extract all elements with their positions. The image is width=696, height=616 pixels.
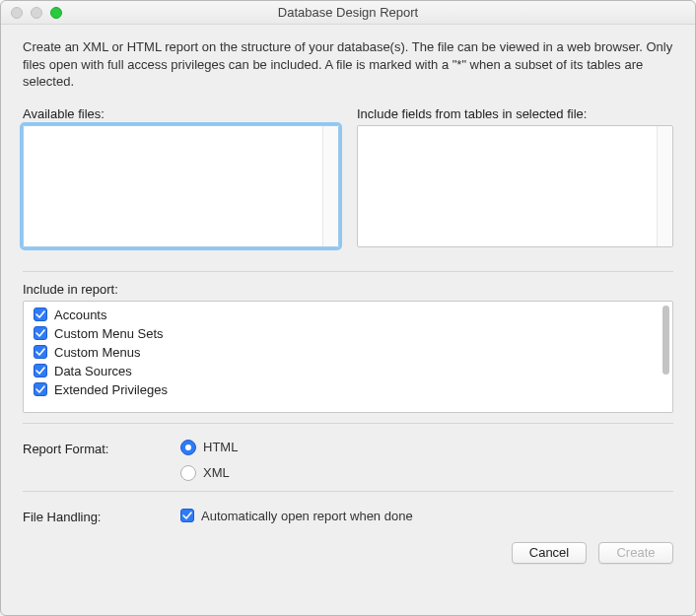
create-button: Create [598,542,673,564]
checkbox-label: Extended Privileges [54,382,168,397]
checkbox-label: Data Sources [54,364,132,378]
list-item[interactable]: Accounts [24,306,672,324]
radio-label: XML [203,465,230,480]
list-item[interactable]: Custom Menus [24,343,672,362]
available-files-listbox[interactable] [23,125,339,247]
window-controls [1,7,62,19]
window-title: Database Design Report [1,5,695,20]
dialog-footer: Cancel Create [23,542,673,564]
description-text: Create an XML or HTML report on the stru… [23,38,673,91]
radio-xml[interactable]: XML [180,465,238,481]
checkbox-icon[interactable] [34,326,47,340]
list-item[interactable]: Data Sources [24,362,672,380]
dialog-content: Create an XML or HTML report on the stru… [1,25,695,615]
available-files-label: Available files: [23,106,339,121]
checkbox-icon[interactable] [34,382,47,396]
scrollbar-gutter [657,126,672,246]
scrollbar-thumb[interactable] [662,306,669,375]
checkbox-icon[interactable] [180,509,194,522]
dialog-window: Database Design Report Create an XML or … [0,0,696,616]
titlebar: Database Design Report [1,1,695,25]
checkbox-label: Custom Menus [54,345,140,360]
radio-html[interactable]: HTML [180,440,238,455]
scrollbar-gutter [322,126,338,246]
checkbox-label: Custom Menu Sets [54,326,164,341]
file-handling-label: File Handling: [23,508,180,524]
radio-label: HTML [203,440,238,454]
auto-open-row[interactable]: Automatically open report when done [180,509,413,523]
zoom-icon[interactable] [50,7,62,19]
cancel-button[interactable]: Cancel [512,542,587,564]
checkbox-label: Automatically open report when done [201,509,413,523]
include-in-report-label: Include in report: [23,282,673,297]
include-in-report-listbox[interactable]: Accounts Custom Menu Sets Custom Menus D… [23,301,673,413]
report-format-label: Report Format: [23,440,180,456]
checkbox-icon[interactable] [34,364,47,377]
radio-icon[interactable] [180,465,196,481]
divider [23,491,673,492]
include-fields-label: Include fields from tables in selected f… [357,106,673,121]
list-item[interactable]: Extended Privileges [24,380,672,399]
checkbox-icon[interactable] [34,345,47,359]
close-icon[interactable] [11,7,23,19]
divider [23,271,673,272]
radio-icon[interactable] [180,440,196,455]
checkbox-icon[interactable] [34,308,47,321]
divider [23,423,673,424]
list-item[interactable]: Custom Menu Sets [24,324,672,343]
report-format-group: HTML XML [180,440,238,481]
minimize-icon[interactable] [31,7,42,19]
checkbox-label: Accounts [54,308,106,322]
include-fields-listbox[interactable] [357,125,673,247]
